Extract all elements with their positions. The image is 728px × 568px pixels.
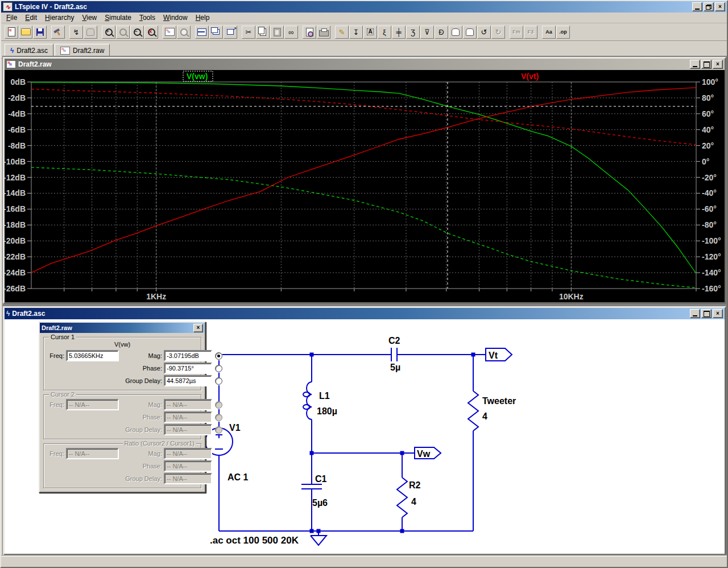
menu-item-file[interactable]: File [2,13,21,22]
save-icon[interactable] [33,26,47,39]
component-name-r2[interactable]: R2 [409,480,421,490]
place-diode-icon[interactable]: ⊽ [420,26,434,39]
cursor1-group-delay-field[interactable]: 44.5872µs [164,375,212,386]
trace-label-v-vw-[interactable]: V(vw) [187,72,208,81]
print-preview-icon[interactable] [303,26,316,39]
cursor1-mag-radio[interactable] [215,352,222,360]
close-icon[interactable]: × [193,324,203,332]
minimize-icon[interactable] [690,60,700,69]
run-icon[interactable]: ↯ [69,26,83,39]
inductor-l1[interactable] [307,382,312,419]
place-resistor-icon[interactable]: ξ [378,26,391,39]
component-name-v1[interactable]: V1 [229,423,241,433]
undo-icon[interactable]: ↺ [477,26,491,39]
net-flag-vw-label[interactable]: Vw [417,449,431,459]
component-value-c1[interactable]: 5µ6 [312,498,328,508]
cascade-windows-icon[interactable] [209,26,223,39]
zoom-back-icon[interactable] [116,26,130,39]
y-axis-right-tick: -80° [702,220,717,229]
open-file-icon[interactable] [19,26,32,39]
place-net-label-icon[interactable]: A [363,26,377,39]
control-panel-icon[interactable] [51,26,65,39]
restore-icon[interactable] [704,2,714,11]
zoom-fit-plot-icon[interactable] [177,26,191,39]
find-icon[interactable]: ∞ [284,26,298,39]
net-flag-vt-label[interactable]: Vt [489,351,498,360]
zoom-in-icon[interactable] [102,26,115,39]
place-capacitor-icon[interactable]: ╪ [392,26,406,39]
capacitor-c2[interactable] [391,348,397,361]
component-value-l1[interactable]: 180µ [317,406,337,416]
paste-icon[interactable] [270,26,284,39]
component-value-r2[interactable]: 4 [411,497,416,507]
spice-directive-icon[interactable]: .op [556,26,570,39]
menu-item-hierarchy[interactable]: Hierarchy [41,13,78,22]
print-icon[interactable] [317,26,330,39]
schematic-canvas[interactable]: V1 AC 1 C2 5µ L1 180µ Tweeter 4 C1 5µ6 R… [5,319,725,554]
cursor-dialog-titlebar[interactable]: Draft2.raw × [40,323,205,333]
cursor1-mag-field[interactable]: -3.07195dB [164,350,212,361]
draw-wire-icon[interactable]: ✎ [335,26,349,39]
component-value-v1[interactable]: AC 1 [228,472,249,482]
zoom-out-icon[interactable] [130,26,144,39]
schematic-window-title: Draft2.asc [12,310,45,318]
menu-item-tools[interactable]: Tools [135,13,159,22]
autorange-y-icon[interactable] [163,26,176,39]
capacitor-c1[interactable] [301,453,322,531]
move-icon[interactable] [449,26,462,39]
waveform-plot[interactable]: 0dB100°-2dB80°-4dB60°-6dB40°-8dB20°-10dB… [5,70,725,302]
component-value-c2[interactable]: 5µ [390,363,400,372]
schematic-window-titlebar[interactable]: ϟ Draft2.asc × [5,308,725,319]
new-window-icon[interactable] [224,26,237,39]
cursor1-group: Cursor 1 V(vw) Freq: 5.03665KHz Mag: -3.… [43,337,201,390]
waveform-window-titlebar[interactable]: Draft2.raw × [5,59,725,70]
maximize-icon[interactable] [701,309,712,318]
spice-directive-text[interactable]: .ac oct 100 500 20K [210,535,299,546]
close-icon[interactable]: × [713,60,723,69]
waveform-plot-area[interactable]: 0dB100°-2dB80°-4dB60°-6dB40°-8dB20°-10dB… [5,70,725,302]
drag-icon[interactable] [463,26,477,39]
component-name-c2[interactable]: C2 [388,336,400,345]
redo-icon[interactable]: ↻ [491,26,505,39]
ground-symbol[interactable] [311,531,326,545]
component-value-tweeter[interactable]: 4 [482,411,487,421]
copy-icon[interactable] [256,26,270,39]
component-name-l1[interactable]: L1 [319,391,330,401]
new-schematic-icon[interactable] [5,26,18,39]
y-axis-right-tick: -100° [702,236,721,245]
fm-icon[interactable]: Fm [510,26,523,39]
main-titlebar[interactable]: ∿ LTspice IV - Draft2.asc × [1,1,727,13]
cut-icon[interactable]: ✂ [242,26,255,39]
tile-windows-icon[interactable] [195,26,209,39]
minimize-icon[interactable] [692,2,702,11]
menu-item-window[interactable]: Window [159,13,192,22]
zoom-full-extents-icon[interactable] [144,26,158,39]
menu-item-simulate[interactable]: Simulate [101,13,135,22]
mdi-area: Draft2.raw × 0dB100°-2dB80°-4dB60°-6dB40… [2,56,727,558]
maximize-icon[interactable] [701,60,712,69]
close-icon[interactable]: × [715,2,725,11]
place-inductor-icon[interactable]: Ʒ [406,26,420,39]
cursor-dialog[interactable]: Draft2.raw × Cursor 1 V(vw) Freq: 5.0366… [39,322,206,493]
cursor1-group-delay-radio[interactable] [215,377,222,385]
cursor1-freq-field[interactable]: 5.03665KHz [66,350,119,361]
f3-icon[interactable]: F3 [524,26,537,39]
trace-label-v-vt-[interactable]: V(vt) [521,72,539,81]
menu-item-help[interactable]: Help [192,13,214,22]
resistor-tweeter[interactable] [468,355,478,531]
place-ground-icon[interactable]: ↧ [349,26,363,39]
cursor1-phase-radio[interactable] [215,365,222,372]
minimize-icon[interactable] [690,309,700,318]
cursor1-phase-field[interactable]: -90.3715° [164,363,212,374]
component-name-c1[interactable]: C1 [315,474,327,484]
tab-label: Draft2.raw [73,47,104,55]
place-component-icon[interactable]: Ð [435,26,448,39]
close-icon[interactable]: × [713,309,723,318]
resistor-r2[interactable] [397,453,407,531]
text-icon[interactable]: Aa [542,26,556,39]
menu-item-edit[interactable]: Edit [21,13,41,22]
halt-icon[interactable] [84,26,97,39]
component-name-tweeter[interactable]: Tweeter [482,396,516,406]
menu-item-view[interactable]: View [78,13,101,22]
cursor2-group-delay-field: -- N/A-- [164,424,212,435]
